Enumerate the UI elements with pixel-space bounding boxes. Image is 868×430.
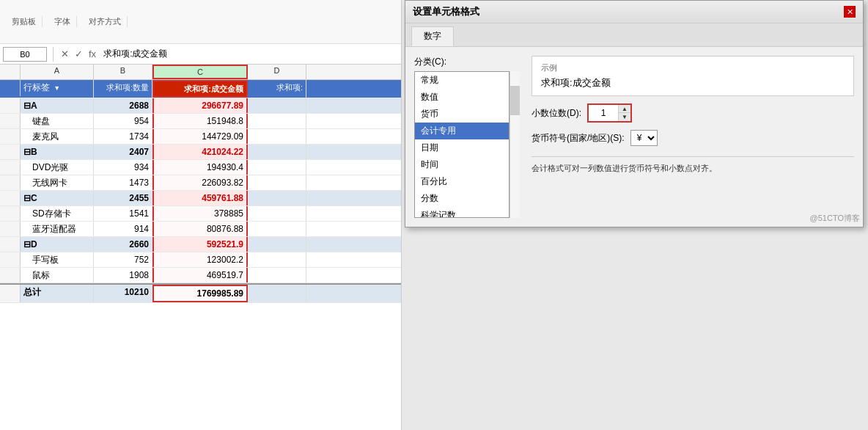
total-label: 总计 (21, 285, 94, 302)
category-item-date[interactable]: 日期 (415, 139, 509, 156)
align-label: 对齐方式 (89, 16, 121, 27)
row-extra (248, 268, 306, 283)
tab-number[interactable]: 数字 (411, 26, 454, 46)
category-item-number[interactable]: 数值 (415, 89, 509, 106)
currency-select[interactable]: ¥ (630, 130, 658, 146)
decimal-down-button[interactable]: ▼ (619, 113, 630, 121)
description-text: 会计格式可对一列数值进行货币符号和小数点对齐。 (532, 156, 854, 174)
preview-label: 示例 (541, 62, 845, 73)
category-item-percent[interactable]: 百分比 (415, 173, 509, 190)
insert-function-icon[interactable]: fx (87, 48, 98, 59)
toolbar-area: 剪贴板 字体 对齐方式 (0, 0, 401, 44)
col-header-b[interactable]: B (94, 65, 152, 79)
table-row: 麦克风 1734 144729.09 (0, 129, 401, 145)
col-header-d[interactable]: D (248, 65, 306, 79)
row-amount: 80876.88 (152, 222, 248, 236)
dialog-content: 分类(C): 常规 数值 货币 会计专用 日期 时间 百分比 分数 科学记数 (405, 47, 863, 227)
category-with-scroll: 常规 数值 货币 会计专用 日期 时间 百分比 分数 科学记数 文本 特殊 自定… (414, 71, 520, 218)
row-label: ⊟A (21, 98, 94, 113)
col-header-a[interactable]: A (21, 65, 94, 79)
grid-container: A B C D 行标签 ▼ 求和项:数量 求和项:成交金额 求和项: ⊟A 26… (0, 65, 401, 430)
row-num (0, 114, 21, 128)
clipboard-section: 剪贴板 (6, 16, 43, 27)
row-amount: 226093.82 (152, 175, 248, 190)
total-row: 总计 10210 1769985.89 (0, 283, 401, 303)
decimal-input[interactable] (589, 105, 618, 121)
row-label: 鼠标 (21, 268, 94, 283)
decimal-input-wrapper: ▲ ▼ (587, 103, 632, 123)
row-label: ⊟C (21, 191, 94, 205)
category-section: 分类(C): 常规 数值 货币 会计专用 日期 时间 百分比 分数 科学记数 (414, 56, 854, 218)
row-label: 手写板 (21, 252, 94, 267)
formula-bar: ✕ ✓ fx (0, 44, 401, 65)
dialog-title: 设置单元格格式 (413, 5, 479, 18)
row-label: ⊟D (21, 237, 94, 252)
dialog-close-button[interactable]: ✕ (844, 6, 856, 18)
category-item-accounting[interactable]: 会计专用 (415, 123, 509, 139)
align-section: 对齐方式 (83, 16, 128, 27)
category-item-fraction[interactable]: 分数 (415, 190, 509, 207)
category-column: 分类(C): 常规 数值 货币 会计专用 日期 时间 百分比 分数 科学记数 (414, 56, 520, 218)
table-row: ⊟C 2455 459761.88 (0, 191, 401, 206)
row-amount: 296677.89 (152, 98, 248, 113)
row-extra (248, 129, 306, 144)
row-qty: 914 (94, 222, 152, 236)
row-qty: 752 (94, 252, 152, 267)
row-num (0, 222, 21, 236)
table-row: ⊟D 2660 592521.9 (0, 237, 401, 252)
cancel-formula-icon[interactable]: ✕ (59, 48, 70, 59)
currency-section: 货币符号(国家/地区)(S): ¥ (532, 130, 854, 146)
table-header-row: 行标签 ▼ 求和项:数量 求和项:成交金额 求和项: (0, 80, 401, 98)
row-num (0, 160, 21, 175)
table-row: 无线网卡 1473 226093.82 (0, 175, 401, 191)
row-num (0, 129, 21, 144)
row-extra (248, 145, 306, 159)
category-list[interactable]: 常规 数值 货币 会计专用 日期 时间 百分比 分数 科学记数 文本 特殊 自定… (414, 71, 510, 218)
col-header-c[interactable]: C (152, 65, 248, 79)
dialog-overlay: 设置单元格格式 ✕ 数字 分类(C): 常规 数值 货币 会计专用 (402, 0, 868, 430)
row-qty: 934 (94, 160, 152, 175)
row-extra (248, 175, 306, 190)
row-label: ⊟B (21, 145, 94, 159)
format-cells-dialog: 设置单元格格式 ✕ 数字 分类(C): 常规 数值 货币 会计专用 (405, 0, 864, 227)
row-label: DVD光驱 (21, 160, 94, 175)
total-amount: 1769985.89 (152, 285, 248, 302)
row-qty: 1734 (94, 129, 152, 144)
currency-label: 货币符号(国家/地区)(S): (532, 132, 625, 145)
row-extra (248, 114, 306, 128)
row-qty: 2688 (94, 98, 152, 113)
row-label: SD存储卡 (21, 206, 94, 221)
font-label: 字体 (54, 16, 70, 27)
category-item-time[interactable]: 时间 (415, 156, 509, 173)
table-row: 蓝牙适配器 914 80876.88 (0, 222, 401, 237)
total-extra (248, 285, 306, 302)
confirm-formula-icon[interactable]: ✓ (73, 48, 84, 59)
row-num (0, 268, 21, 283)
row-num-header (0, 65, 21, 79)
header-amount-cell: 求和项:成交金额 (152, 80, 248, 98)
row-amount: 123002.2 (152, 252, 248, 267)
row-num (0, 285, 21, 302)
row-amount: 421024.22 (152, 145, 248, 159)
filter-arrow[interactable]: ▼ (54, 84, 60, 92)
decimal-section: 小数位数(D): ▲ ▼ (532, 103, 854, 123)
row-extra (248, 206, 306, 221)
row-extra (248, 98, 306, 113)
category-header-label: 分类(C): (414, 56, 520, 68)
row-extra (248, 237, 306, 252)
row-amount: 151948.8 (152, 114, 248, 128)
table-row: SD存储卡 1541 378885 (0, 206, 401, 222)
table-row: 键盘 954 151948.8 (0, 114, 401, 129)
category-scrollbar[interactable] (510, 71, 520, 218)
category-item-scientific[interactable]: 科学记数 (415, 207, 509, 218)
formula-input[interactable] (100, 49, 398, 59)
category-item-currency[interactable]: 货币 (415, 106, 509, 123)
row-num (0, 252, 21, 267)
name-box[interactable] (3, 47, 47, 62)
row-amount: 144729.09 (152, 129, 248, 144)
row-num (0, 206, 21, 221)
decimal-spinners: ▲ ▼ (618, 105, 630, 121)
row-amount: 469519.7 (152, 268, 248, 283)
category-item-regular[interactable]: 常规 (415, 72, 509, 89)
decimal-up-button[interactable]: ▲ (619, 105, 630, 113)
